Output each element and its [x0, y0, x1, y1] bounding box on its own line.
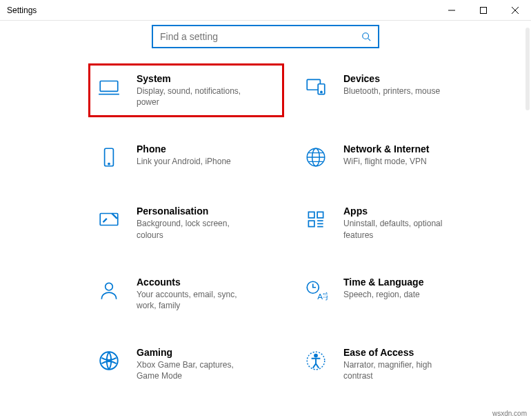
tile-text: Phone Link your Android, iPhone: [137, 143, 231, 167]
tile-subtitle: WiFi, flight mode, VPN: [343, 156, 429, 167]
tile-subtitle: Narrator, magnifier, high contrast: [343, 359, 461, 381]
tile-subtitle: Display, sound, notifications, power: [137, 86, 254, 108]
tile-title: Accounts: [137, 277, 254, 288]
settings-grid: System Display, sound, notifications, po…: [0, 65, 531, 390]
svg-rect-12: [317, 212, 323, 219]
maximize-button[interactable]: [468, 0, 499, 20]
svg-rect-10: [100, 214, 118, 226]
search-wrap: [0, 21, 531, 65]
svg-rect-0: [481, 7, 487, 13]
accounts-icon: [97, 278, 121, 303]
scrollbar-thumb[interactable]: [525, 28, 530, 110]
tile-text: Ease of Access Narrator, magnifier, high…: [343, 347, 461, 381]
search-input[interactable]: [160, 31, 361, 42]
settings-tile-phone[interactable]: Phone Link your Android, iPhone: [90, 135, 283, 178]
tile-text: Accounts Your accounts, email, sync, wor…: [137, 277, 254, 311]
minimize-button[interactable]: [436, 0, 468, 20]
devices-icon: [303, 74, 328, 99]
tile-subtitle: Your accounts, email, sync, work, family: [137, 289, 254, 311]
search-icon: [361, 32, 371, 41]
search-box[interactable]: [152, 25, 379, 48]
tile-title: Gaming: [137, 347, 254, 358]
gaming-icon: [97, 348, 121, 373]
time-language-icon: A字: [303, 278, 328, 303]
tile-subtitle: Speech, region, date: [343, 289, 423, 300]
svg-rect-11: [308, 212, 314, 219]
settings-tile-ease-of-access[interactable]: Ease of Access Narrator, magnifier, high…: [297, 339, 490, 390]
watermark: wsxdn.com: [492, 410, 527, 417]
svg-text:A字: A字: [317, 292, 328, 301]
svg-rect-2: [100, 81, 118, 92]
settings-tile-personalisation[interactable]: Personalisation Background, lock screen,…: [90, 197, 283, 248]
svg-point-1: [363, 33, 369, 39]
svg-point-7: [108, 163, 110, 165]
tile-text: Apps Uninstall, defaults, optional featu…: [343, 206, 461, 240]
tile-text: Time & Language Speech, region, date: [343, 277, 423, 300]
tile-subtitle: Link your Android, iPhone: [137, 156, 231, 167]
maximize-icon: [480, 7, 487, 14]
titlebar-title: Settings: [7, 6, 37, 15]
tile-text: System Display, sound, notifications, po…: [137, 73, 254, 108]
close-icon: [512, 7, 519, 14]
tile-text: Network & Internet WiFi, flight mode, VP…: [343, 143, 429, 167]
tile-title: System: [137, 73, 254, 84]
settings-tile-gaming[interactable]: Gaming Xbox Game Bar, captures, Game Mod…: [90, 339, 283, 390]
svg-point-17: [100, 352, 118, 370]
minimize-icon: [448, 7, 455, 14]
apps-icon: [303, 207, 328, 232]
tile-title: Devices: [343, 73, 440, 84]
tile-title: Personalisation: [137, 206, 254, 217]
settings-tile-accounts[interactable]: Accounts Your accounts, email, sync, wor…: [90, 268, 283, 319]
tile-subtitle: Background, lock screen, colours: [137, 218, 254, 240]
tile-title: Ease of Access: [343, 347, 461, 358]
settings-tile-devices[interactable]: Devices Bluetooth, printers, mouse: [297, 65, 490, 116]
phone-icon: [97, 145, 121, 170]
tile-title: Time & Language: [343, 277, 423, 288]
tile-text: Gaming Xbox Game Bar, captures, Game Mod…: [137, 347, 254, 381]
settings-tile-apps[interactable]: Apps Uninstall, defaults, optional featu…: [297, 197, 490, 248]
settings-tile-system[interactable]: System Display, sound, notifications, po…: [90, 65, 283, 116]
svg-point-19: [314, 354, 317, 357]
close-button[interactable]: [499, 0, 531, 20]
titlebar-controls: [436, 0, 531, 20]
tile-title: Phone: [137, 143, 231, 154]
system-icon: [97, 74, 121, 99]
tile-text: Devices Bluetooth, printers, mouse: [343, 73, 440, 97]
ease-of-access-icon: [303, 348, 328, 373]
tile-subtitle: Uninstall, defaults, optional features: [343, 218, 461, 240]
tile-text: Personalisation Background, lock screen,…: [137, 206, 254, 240]
tile-subtitle: Bluetooth, printers, mouse: [343, 86, 440, 97]
svg-point-5: [321, 91, 322, 92]
tile-title: Network & Internet: [343, 143, 429, 154]
settings-tile-network[interactable]: Network & Internet WiFi, flight mode, VP…: [297, 135, 490, 178]
svg-point-14: [106, 283, 113, 290]
network-icon: [303, 145, 328, 170]
settings-tile-time-language[interactable]: A字 Time & Language Speech, region, date: [297, 268, 490, 319]
tile-title: Apps: [343, 206, 461, 217]
personalisation-icon: [97, 207, 121, 232]
svg-rect-13: [308, 221, 314, 228]
tile-subtitle: Xbox Game Bar, captures, Game Mode: [137, 359, 254, 381]
titlebar: Settings: [0, 0, 531, 21]
